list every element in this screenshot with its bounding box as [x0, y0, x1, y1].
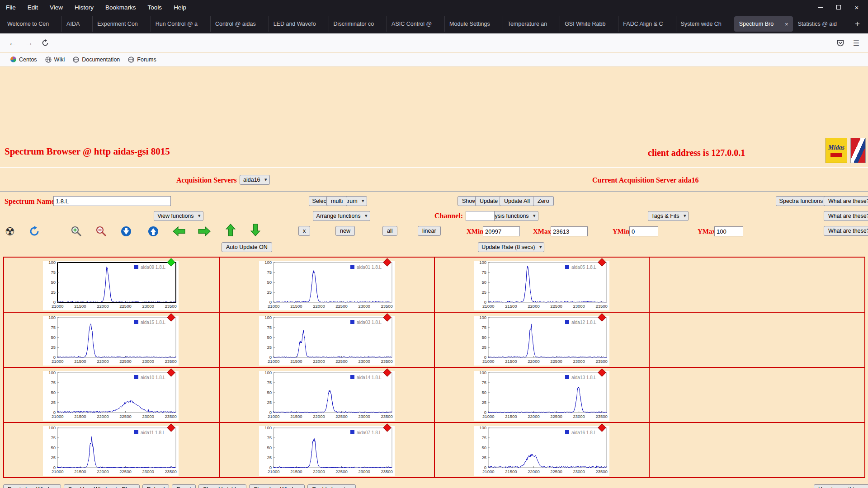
tab-spectrum-bro[interactable]: Spectrum Bro×: [734, 16, 793, 32]
hamburger-menu-icon[interactable]: ☰: [850, 37, 863, 49]
tab-label: Module Settings: [449, 21, 498, 27]
bookmark-wiki[interactable]: Wiki: [41, 55, 69, 64]
all-button[interactable]: all: [382, 226, 397, 236]
tab-discriminator-co[interactable]: Discriminator co: [329, 16, 387, 32]
svg-text:50: 50: [267, 280, 272, 285]
refresh-icon[interactable]: [28, 225, 41, 238]
auto-update-button[interactable]: Auto Update ON: [222, 242, 272, 252]
tab-asic-control[interactable]: ASIC Control @: [387, 16, 444, 32]
x-button[interactable]: x: [298, 226, 310, 236]
channel-input[interactable]: [466, 211, 495, 221]
tab-system-wide-ch[interactable]: System wide Ch: [676, 16, 734, 32]
bookmark-label: Documentation: [82, 56, 120, 63]
new-button[interactable]: new: [335, 226, 355, 236]
menu-history[interactable]: History: [69, 4, 99, 11]
xmin-input[interactable]: [483, 226, 520, 236]
send-log-window-to-elog-button[interactable]: Send Log Window to ELog: [64, 484, 140, 488]
tags-fits-dropdown[interactable]: Tags & Fits: [648, 211, 689, 221]
zoom-in-icon[interactable]: [70, 225, 83, 238]
menu-view[interactable]: View: [44, 4, 69, 11]
tab-close-icon[interactable]: ×: [785, 21, 788, 28]
spectrum-chart-aida14[interactable]: 0255075100210002150022000225002300023500…: [259, 371, 395, 421]
spectrum-chart-aida01[interactable]: 0255075100210002150022000225002300023500…: [259, 261, 395, 310]
scroll-down-icon[interactable]: [120, 225, 132, 238]
spectrum-chart-aida13[interactable]: 0255075100210002150022000225002300023500…: [474, 371, 609, 421]
enable-logging-button[interactable]: Enable Logging: [307, 484, 356, 488]
reset-button[interactable]: Reset: [172, 484, 196, 488]
save-to-pocket-icon[interactable]: [834, 37, 847, 49]
arrange-functions-dropdown[interactable]: Arrange functions: [313, 211, 370, 221]
tab-statistics-aid[interactable]: Statistics @ aid: [793, 16, 849, 32]
spectrum-chart-aida16[interactable]: 0255075100210002150022000225002300023500…: [474, 426, 609, 476]
show-log-window-button[interactable]: Show Log Window: [249, 484, 305, 488]
tab-module-settings[interactable]: Module Settings: [444, 16, 503, 32]
menu-edit[interactable]: Edit: [22, 4, 44, 11]
reload-button[interactable]: Reload: [142, 484, 170, 488]
empty-log-window-button[interactable]: Empty Log Window: [3, 484, 61, 488]
menu-bar-items: FileEditViewHistoryBookmarksToolsHelp: [0, 4, 192, 11]
what-are-these-button-2[interactable]: What are these?: [824, 211, 868, 221]
bookmark-centos[interactable]: Centos: [6, 55, 41, 64]
svg-text:aida09 1.8.L: aida09 1.8.L: [141, 265, 165, 270]
ymax-input[interactable]: [714, 226, 743, 236]
update-all-button[interactable]: Update All: [500, 196, 534, 206]
pan-up-icon[interactable]: [224, 224, 237, 236]
tab-control-aidas[interactable]: Control @ aidas: [210, 16, 269, 32]
tab-experiment-con[interactable]: Experiment Con: [92, 16, 151, 32]
window-minimize-button[interactable]: [816, 2, 826, 12]
zero-button[interactable]: Zero: [533, 196, 554, 206]
back-button[interactable]: ←: [6, 37, 19, 49]
zoom-out-icon[interactable]: [95, 225, 108, 238]
ymin-input[interactable]: [629, 226, 658, 236]
spectrum-chart-aida10[interactable]: 0255075100210002150022000225002300023500…: [43, 371, 179, 421]
menu-help[interactable]: Help: [168, 4, 192, 11]
menu-bookmarks[interactable]: Bookmarks: [99, 4, 142, 11]
pan-down-icon[interactable]: [249, 224, 262, 236]
tab-gsi-white-rabb[interactable]: GSI White Rabb: [560, 16, 618, 32]
multi-button[interactable]: multi: [326, 196, 347, 206]
pan-left-icon[interactable]: [173, 225, 185, 238]
what-are-these-button-3[interactable]: What are these?: [824, 226, 868, 236]
divider: [0, 191, 868, 192]
spectrum-chart-aida09[interactable]: 0255075100210002150022000225002300023500…: [43, 261, 179, 310]
tab-temperature-an[interactable]: Temperature an: [503, 16, 560, 32]
tab-fadc-align-c[interactable]: FADC Align & C: [618, 16, 675, 32]
chart-svg-aida14: 0255075100210002150022000225002300023500…: [259, 371, 395, 421]
tab-run-control-a[interactable]: Run Control @ a: [151, 16, 210, 32]
show-variables-button[interactable]: Show Variables: [198, 484, 246, 488]
window-close-button[interactable]: ×: [852, 2, 862, 12]
new-tab-button[interactable]: +: [849, 19, 865, 29]
linear-button[interactable]: linear: [418, 226, 441, 236]
svg-text:50: 50: [51, 280, 56, 285]
acquisition-server-select[interactable]: aida16: [240, 175, 270, 185]
svg-text:25: 25: [267, 345, 272, 350]
svg-text:100: 100: [48, 316, 56, 320]
update-button[interactable]: Update: [475, 196, 502, 206]
window-maximize-button[interactable]: [834, 2, 844, 12]
what-are-these-button-1[interactable]: What are these?: [824, 196, 868, 206]
menu-file[interactable]: File: [0, 4, 22, 11]
spectrum-chart-aida07[interactable]: 0255075100210002150022000225002300023500…: [259, 426, 395, 476]
how-to-use-button[interactable]: How to use this page: [814, 484, 868, 488]
xmax-input[interactable]: [551, 226, 588, 236]
forward-button[interactable]: →: [23, 37, 35, 49]
radioactive-icon[interactable]: ☢: [4, 225, 16, 238]
bookmark-forums[interactable]: Forums: [124, 55, 160, 64]
spectrum-chart-aida15[interactable]: 0255075100210002150022000225002300023500…: [43, 316, 179, 366]
spectrum-chart-aida11[interactable]: 0255075100210002150022000225002300023500…: [43, 426, 179, 476]
tab-welcome-to-cen[interactable]: Welcome to Cen: [3, 16, 61, 32]
spectrum-name-input[interactable]: [53, 196, 171, 206]
scroll-up-icon[interactable]: [147, 225, 160, 238]
spectrum-chart-aida03[interactable]: 0255075100210002150022000225002300023500…: [259, 316, 395, 366]
tab-led-and-wavefo[interactable]: LED and Wavefo: [269, 16, 329, 32]
spectrum-chart-aida12[interactable]: 0255075100210002150022000225002300023500…: [474, 316, 609, 366]
bookmark-documentation[interactable]: Documentation: [69, 55, 124, 64]
pan-right-icon[interactable]: [198, 225, 211, 238]
tab-aida[interactable]: AIDA: [61, 16, 92, 32]
menu-tools[interactable]: Tools: [142, 4, 168, 11]
spectrum-chart-aida05[interactable]: 0255075100210002150022000225002300023500…: [474, 261, 609, 310]
bookmarks-bar: CentosWikiDocumentationForums: [0, 53, 868, 66]
view-functions-dropdown[interactable]: View functions: [154, 211, 203, 221]
update-rate-dropdown[interactable]: Update Rate (8 secs): [478, 242, 544, 252]
reload-button[interactable]: [39, 37, 52, 49]
